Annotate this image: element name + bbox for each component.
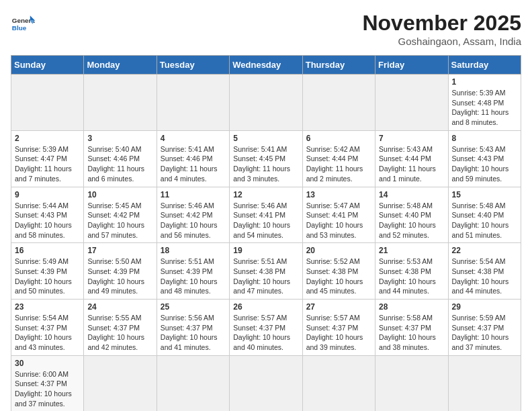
calendar-cell: 20Sunrise: 5:52 AM Sunset: 4:38 PM Dayli… (302, 243, 375, 300)
day-number: 16 (15, 246, 80, 255)
day-info: Sunrise: 6:00 AM Sunset: 4:37 PM Dayligh… (15, 369, 80, 409)
calendar-cell: 4Sunrise: 5:41 AM Sunset: 4:46 PM Daylig… (157, 130, 229, 187)
day-info: Sunrise: 5:45 AM Sunset: 4:42 PM Dayligh… (87, 201, 152, 240)
day-info: Sunrise: 5:55 AM Sunset: 4:37 PM Dayligh… (87, 313, 152, 353)
day-number: 12 (233, 190, 298, 199)
day-number: 14 (379, 190, 444, 199)
calendar-cell: 26Sunrise: 5:57 AM Sunset: 4:37 PM Dayli… (230, 300, 302, 356)
calendar-cell (302, 75, 375, 131)
day-number: 4 (161, 134, 226, 143)
calendar-cell: 21Sunrise: 5:53 AM Sunset: 4:38 PM Dayli… (375, 243, 448, 300)
calendar-cell: 17Sunrise: 5:50 AM Sunset: 4:39 PM Dayli… (84, 243, 157, 300)
day-info: Sunrise: 5:53 AM Sunset: 4:38 PM Dayligh… (379, 257, 444, 296)
calendar-cell (375, 355, 448, 411)
calendar-cell: 10Sunrise: 5:45 AM Sunset: 4:42 PM Dayli… (84, 187, 157, 243)
calendar-cell (84, 355, 157, 411)
calendar-week-1: 2Sunrise: 5:39 AM Sunset: 4:47 PM Daylig… (11, 130, 521, 187)
calendar-cell (84, 75, 157, 131)
calendar-cell: 19Sunrise: 5:51 AM Sunset: 4:38 PM Dayli… (230, 243, 302, 300)
calendar-cell: 25Sunrise: 5:56 AM Sunset: 4:37 PM Dayli… (157, 300, 229, 356)
calendar-cell (230, 355, 302, 411)
day-number: 1 (452, 77, 517, 87)
day-info: Sunrise: 5:50 AM Sunset: 4:39 PM Dayligh… (87, 257, 152, 296)
calendar-cell: 1Sunrise: 5:39 AM Sunset: 4:48 PM Daylig… (448, 75, 521, 131)
day-number: 25 (161, 302, 226, 312)
day-info: Sunrise: 5:48 AM Sunset: 4:40 PM Dayligh… (452, 201, 517, 240)
day-number: 10 (87, 190, 152, 199)
calendar-cell: 28Sunrise: 5:58 AM Sunset: 4:37 PM Dayli… (375, 300, 448, 356)
day-info: Sunrise: 5:43 AM Sunset: 4:44 PM Dayligh… (379, 144, 444, 184)
calendar-table: SundayMondayTuesdayWednesdayThursdayFrid… (11, 55, 521, 411)
calendar-cell: 27Sunrise: 5:57 AM Sunset: 4:37 PM Dayli… (302, 300, 375, 356)
day-info: Sunrise: 5:56 AM Sunset: 4:37 PM Dayligh… (161, 313, 226, 353)
day-number: 3 (87, 134, 152, 143)
page-header: General Blue November 2025 Goshaingaon, … (11, 11, 521, 47)
day-info: Sunrise: 5:51 AM Sunset: 4:39 PM Dayligh… (161, 257, 226, 296)
month-title: November 2025 (362, 11, 521, 36)
calendar-cell: 3Sunrise: 5:40 AM Sunset: 4:46 PM Daylig… (84, 130, 157, 187)
calendar-cell (230, 75, 302, 131)
day-info: Sunrise: 5:41 AM Sunset: 4:46 PM Dayligh… (161, 144, 226, 184)
calendar-cell: 2Sunrise: 5:39 AM Sunset: 4:47 PM Daylig… (11, 130, 84, 187)
day-info: Sunrise: 5:47 AM Sunset: 4:41 PM Dayligh… (306, 201, 371, 240)
day-info: Sunrise: 5:39 AM Sunset: 4:48 PM Dayligh… (452, 88, 517, 128)
weekday-header-thursday: Thursday (302, 56, 375, 75)
calendar-cell: 8Sunrise: 5:43 AM Sunset: 4:43 PM Daylig… (448, 130, 521, 187)
calendar-week-2: 9Sunrise: 5:44 AM Sunset: 4:43 PM Daylig… (11, 187, 521, 243)
day-number: 13 (306, 190, 371, 199)
calendar-week-4: 23Sunrise: 5:54 AM Sunset: 4:37 PM Dayli… (11, 300, 521, 356)
calendar-cell: 29Sunrise: 5:59 AM Sunset: 4:37 PM Dayli… (448, 300, 521, 356)
day-number: 21 (379, 246, 444, 255)
calendar-week-3: 16Sunrise: 5:49 AM Sunset: 4:39 PM Dayli… (11, 243, 521, 300)
day-number: 9 (15, 190, 80, 199)
title-block: November 2025 Goshaingaon, Assam, India (362, 11, 521, 47)
day-info: Sunrise: 5:40 AM Sunset: 4:46 PM Dayligh… (87, 144, 152, 184)
day-number: 22 (452, 246, 517, 255)
calendar-cell: 18Sunrise: 5:51 AM Sunset: 4:39 PM Dayli… (157, 243, 229, 300)
calendar-cell: 5Sunrise: 5:41 AM Sunset: 4:45 PM Daylig… (230, 130, 302, 187)
calendar-cell (448, 355, 521, 411)
day-info: Sunrise: 5:44 AM Sunset: 4:43 PM Dayligh… (15, 201, 80, 240)
svg-text:Blue: Blue (12, 24, 27, 32)
day-info: Sunrise: 5:59 AM Sunset: 4:37 PM Dayligh… (452, 313, 517, 353)
calendar-cell: 13Sunrise: 5:47 AM Sunset: 4:41 PM Dayli… (302, 187, 375, 243)
day-info: Sunrise: 5:54 AM Sunset: 4:38 PM Dayligh… (452, 257, 517, 296)
day-info: Sunrise: 5:51 AM Sunset: 4:38 PM Dayligh… (233, 257, 298, 296)
day-number: 27 (306, 302, 371, 312)
calendar-cell: 16Sunrise: 5:49 AM Sunset: 4:39 PM Dayli… (11, 243, 84, 300)
weekday-header-friday: Friday (375, 56, 448, 75)
day-number: 6 (306, 134, 371, 143)
weekday-header-monday: Monday (84, 56, 157, 75)
calendar-cell: 22Sunrise: 5:54 AM Sunset: 4:38 PM Dayli… (448, 243, 521, 300)
day-info: Sunrise: 5:58 AM Sunset: 4:37 PM Dayligh… (379, 313, 444, 353)
calendar-cell: 24Sunrise: 5:55 AM Sunset: 4:37 PM Dayli… (84, 300, 157, 356)
logo: General Blue (11, 11, 35, 35)
weekday-header-tuesday: Tuesday (157, 56, 229, 75)
day-number: 30 (15, 359, 80, 368)
calendar-cell: 9Sunrise: 5:44 AM Sunset: 4:43 PM Daylig… (11, 187, 84, 243)
day-number: 29 (452, 302, 517, 312)
calendar-cell (11, 75, 84, 131)
day-info: Sunrise: 5:42 AM Sunset: 4:44 PM Dayligh… (306, 144, 371, 184)
day-number: 19 (233, 246, 298, 255)
day-info: Sunrise: 5:48 AM Sunset: 4:40 PM Dayligh… (379, 201, 444, 240)
day-info: Sunrise: 5:54 AM Sunset: 4:37 PM Dayligh… (15, 313, 80, 353)
calendar-week-0: 1Sunrise: 5:39 AM Sunset: 4:48 PM Daylig… (11, 75, 521, 131)
calendar-cell (157, 355, 229, 411)
day-info: Sunrise: 5:39 AM Sunset: 4:47 PM Dayligh… (15, 144, 80, 184)
day-info: Sunrise: 5:57 AM Sunset: 4:37 PM Dayligh… (233, 313, 298, 353)
day-number: 23 (15, 302, 80, 312)
location: Goshaingaon, Assam, India (362, 36, 521, 47)
calendar-cell: 30Sunrise: 6:00 AM Sunset: 4:37 PM Dayli… (11, 355, 84, 411)
calendar-cell: 11Sunrise: 5:46 AM Sunset: 4:42 PM Dayli… (157, 187, 229, 243)
day-number: 26 (233, 302, 298, 312)
day-number: 20 (306, 246, 371, 255)
calendar-cell (302, 355, 375, 411)
calendar-cell (157, 75, 229, 131)
calendar-cell: 14Sunrise: 5:48 AM Sunset: 4:40 PM Dayli… (375, 187, 448, 243)
calendar-cell: 15Sunrise: 5:48 AM Sunset: 4:40 PM Dayli… (448, 187, 521, 243)
day-number: 7 (379, 134, 444, 143)
day-info: Sunrise: 5:43 AM Sunset: 4:43 PM Dayligh… (452, 144, 517, 184)
calendar-cell: 6Sunrise: 5:42 AM Sunset: 4:44 PM Daylig… (302, 130, 375, 187)
day-info: Sunrise: 5:52 AM Sunset: 4:38 PM Dayligh… (306, 257, 371, 296)
